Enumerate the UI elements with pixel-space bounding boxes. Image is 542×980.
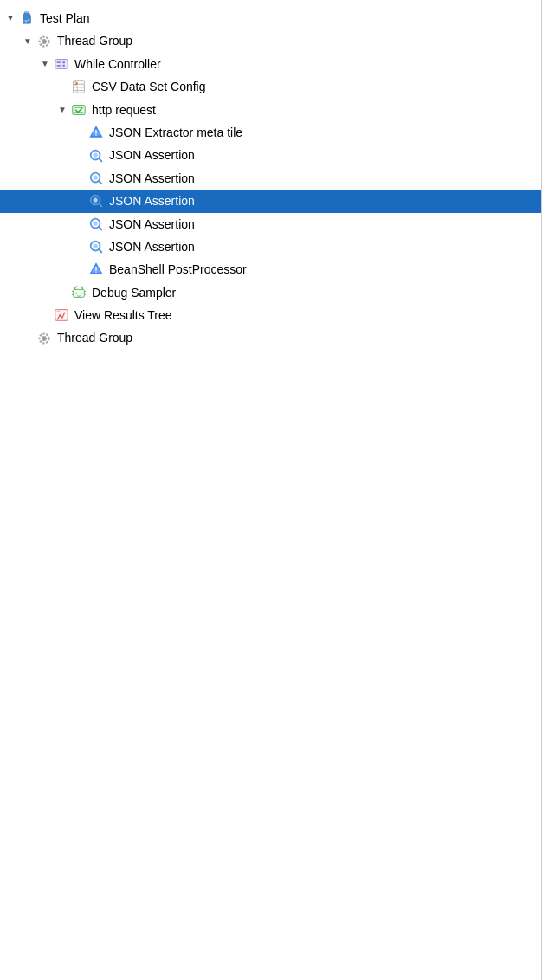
assertion-icon (87, 237, 106, 256)
tree-toggle[interactable]: ▼ (38, 57, 52, 71)
svg-point-10 (62, 64, 65, 67)
csv-icon (69, 77, 88, 96)
tree-panel: ▼ Test Plan▼ Thread Group▼ While (0, 0, 542, 980)
results-icon (52, 306, 71, 325)
tree-item-json-extractor[interactable]: JSON Extractor meta tile (0, 121, 541, 144)
tree-item-view-results[interactable]: View Results Tree (0, 304, 541, 326)
tree-item-label: http request (92, 100, 156, 119)
tree-item-json-assertion-5[interactable]: JSON Assertion (0, 235, 541, 258)
svg-point-23 (93, 152, 97, 157)
tree-toggle (21, 332, 35, 345)
tree-item-json-assertion-4[interactable]: JSON Assertion (0, 213, 541, 235)
svg-line-36 (99, 249, 101, 252)
assertion-icon (87, 146, 106, 165)
controller-icon (52, 55, 71, 74)
svg-point-46 (59, 314, 61, 316)
gear-icon (35, 329, 54, 348)
svg-line-30 (99, 203, 101, 206)
svg-line-33 (99, 227, 101, 229)
svg-point-9 (62, 61, 65, 64)
svg-point-47 (61, 317, 63, 319)
tree-item-label: JSON Assertion (109, 215, 195, 234)
svg-point-29 (93, 198, 97, 203)
tree-item-label: Test Plan (40, 9, 90, 28)
flask-icon (17, 9, 36, 28)
tree-item-http-request[interactable]: ▼ http request (0, 99, 541, 121)
tree-toggle (73, 126, 87, 139)
tree-item-label: Thread Group (57, 328, 132, 347)
tree-item-label: CSV Data Set Config (92, 77, 206, 96)
svg-point-1 (28, 19, 29, 20)
tree-toggle (73, 171, 87, 185)
svg-point-48 (64, 313, 66, 314)
tree-item-json-assertion-1[interactable]: JSON Assertion (0, 144, 541, 166)
tree-toggle (55, 286, 69, 300)
tree-item-beanshell[interactable]: BeanShell PostProcessor (0, 258, 541, 280)
tree-toggle (55, 80, 69, 93)
svg-rect-6 (55, 60, 68, 69)
tree-toggle (73, 194, 87, 208)
svg-point-40 (95, 272, 96, 273)
debug-icon (69, 283, 88, 302)
tree-toggle (73, 262, 87, 276)
svg-point-43 (81, 293, 82, 294)
svg-rect-17 (73, 105, 85, 114)
assertion-icon (87, 191, 106, 210)
tree-item-label: JSON Assertion (109, 169, 195, 188)
tree-toggle[interactable]: ▼ (21, 35, 35, 48)
assertion-icon (87, 215, 106, 234)
gear-icon (35, 32, 54, 51)
tree-toggle (38, 308, 52, 322)
tree-toggle (73, 149, 87, 163)
svg-rect-2 (24, 12, 29, 13)
svg-point-0 (25, 21, 27, 23)
tree-toggle (73, 240, 87, 254)
tree-toggle[interactable]: ▼ (3, 11, 17, 25)
svg-point-32 (93, 221, 97, 225)
tree-item-label: View Results Tree (74, 306, 172, 325)
tree-item-csv-data-set[interactable]: CSV Data Set Config (0, 75, 541, 98)
tree-item-thread-group-1[interactable]: ▼ Thread Group (0, 29, 541, 52)
svg-point-45 (57, 319, 59, 320)
tree-item-json-assertion-2[interactable]: JSON Assertion (0, 167, 541, 190)
tree-item-thread-group-2[interactable]: Thread Group (0, 326, 541, 349)
tree-item-label: JSON Assertion (109, 145, 195, 164)
svg-point-35 (93, 243, 97, 248)
tree-item-label: BeanShell PostProcessor (109, 260, 247, 279)
tree-toggle[interactable]: ▼ (55, 103, 69, 117)
tree-item-test-plan[interactable]: ▼ Test Plan (0, 7, 541, 29)
svg-point-51 (43, 337, 46, 339)
svg-point-21 (95, 135, 96, 136)
tree-item-label: Thread Group (57, 31, 132, 50)
svg-point-42 (75, 293, 77, 294)
extractor-icon (87, 123, 106, 142)
svg-line-24 (99, 158, 101, 161)
tree-item-label: Debug Sampler (92, 283, 176, 302)
tree-item-label: JSON Extractor meta tile (109, 123, 242, 142)
tree-item-label: JSON Assertion (109, 191, 195, 210)
extractor-icon (87, 260, 106, 279)
svg-point-26 (93, 175, 97, 179)
svg-rect-7 (57, 61, 61, 63)
svg-point-5 (43, 40, 46, 42)
tree-toggle (73, 217, 87, 231)
tree-item-label: JSON Assertion (109, 237, 195, 256)
svg-line-27 (99, 181, 101, 184)
http-icon (69, 100, 88, 119)
svg-rect-8 (57, 65, 61, 67)
tree-item-label: While Controller (74, 55, 161, 74)
tree-item-debug-sampler[interactable]: Debug Sampler (0, 281, 541, 304)
tree-item-json-assertion-3[interactable]: JSON Assertion (0, 190, 541, 212)
assertion-icon (87, 169, 106, 188)
tree-item-while-controller[interactable]: ▼ While Controller (0, 53, 541, 75)
